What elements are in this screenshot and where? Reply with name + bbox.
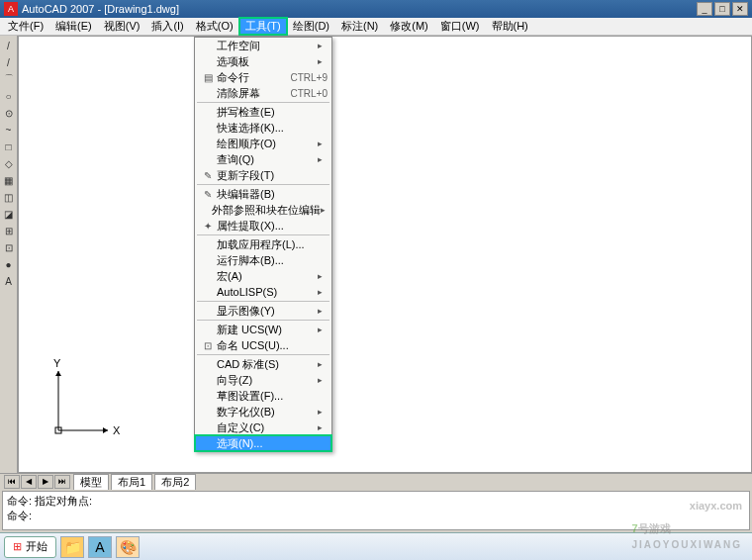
menu-item-22[interactable]: 新建 UCS(W)▸ (195, 322, 331, 337)
menu-item-16[interactable]: 运行脚本(B)... (195, 252, 331, 268)
menu-1[interactable]: 编辑(E) (49, 18, 98, 35)
menu-item-27[interactable]: 草图设置(F)... (195, 388, 331, 404)
menu-item-29[interactable]: 自定义(C)▸ (195, 420, 331, 435)
workspace: //⌒○⊙~□◇▦◫◪⊞⊡●A X Y 工作空间▸选项板▸▤命令行CTRL+9清… (0, 36, 752, 473)
tab-model[interactable]: 模型 (73, 474, 109, 490)
tab-nav-last[interactable]: ⏭ (54, 475, 70, 489)
menu-0[interactable]: 文件(F) (2, 18, 49, 35)
menu-10[interactable]: 帮助(H) (486, 18, 534, 35)
menu-item-label: 选项(N)... (217, 436, 328, 451)
menu-item-2[interactable]: ▤命令行CTRL+9 (195, 69, 331, 85)
menu-9[interactable]: 窗口(W) (434, 18, 486, 35)
menu-separator (197, 301, 329, 302)
toolbar-left: //⌒○⊙~□◇▦◫◪⊞⊡●A (0, 36, 18, 473)
menu-7[interactable]: 标注(N) (335, 18, 384, 35)
menu-item-26[interactable]: 向导(Z)▸ (195, 372, 331, 388)
tool-2[interactable]: ⌒ (1, 71, 17, 87)
menu-item-icon: ✎ (199, 170, 217, 181)
menu-item-label: 自定义(C) (217, 420, 318, 435)
menu-item-6[interactable]: 快速选择(K)... (195, 120, 331, 136)
tools-menu-dropdown: 工作空间▸选项板▸▤命令行CTRL+9清除屏幕CTRL+0拼写检查(E)快速选择… (194, 37, 332, 452)
svg-text:Y: Y (53, 357, 61, 369)
menu-item-label: 块编辑器(B) (217, 187, 328, 202)
tool-11[interactable]: ⊞ (1, 223, 17, 238)
menu-item-label: AutoLISP(S) (217, 286, 318, 298)
menu-item-9[interactable]: ✎更新字段(T) (195, 167, 331, 183)
menu-item-15[interactable]: 加载应用程序(L)... (195, 236, 331, 252)
menu-item-7[interactable]: 绘图顺序(O)▸ (195, 136, 331, 151)
tool-12[interactable]: ⊡ (1, 239, 17, 255)
tab-layout1[interactable]: 布局1 (111, 474, 152, 490)
menu-item-5[interactable]: 拼写检查(E) (195, 104, 331, 120)
menu-3[interactable]: 插入(I) (145, 18, 189, 35)
menu-item-label: CAD 标准(S) (217, 357, 318, 372)
start-button[interactable]: ⊞ 开始 (4, 536, 56, 558)
menu-2[interactable]: 视图(V) (98, 18, 146, 35)
menu-item-label: 草图设置(F)... (217, 389, 328, 404)
tool-10[interactable]: ◪ (1, 206, 17, 222)
submenu-arrow-icon: ▸ (318, 375, 328, 385)
menu-item-18[interactable]: AutoLISP(S)▸ (195, 284, 331, 300)
menu-item-label: 清除屏幕 (217, 86, 284, 101)
menu-8[interactable]: 修改(M) (384, 18, 434, 35)
tab-layout2[interactable]: 布局2 (154, 474, 196, 490)
menu-4[interactable]: 格式(O) (190, 18, 239, 35)
menu-item-3[interactable]: 清除屏幕CTRL+0 (195, 85, 331, 101)
menu-item-23[interactable]: ⊡命名 UCS(U)... (195, 337, 331, 353)
tool-3[interactable]: ○ (1, 88, 17, 104)
tab-nav-next[interactable]: ▶ (38, 475, 53, 489)
tool-6[interactable]: □ (1, 139, 17, 154)
tool-7[interactable]: ◇ (1, 155, 17, 171)
menu-item-30[interactable]: 选项(N)... (195, 435, 331, 451)
drawing-canvas[interactable]: X Y 工作空间▸选项板▸▤命令行CTRL+9清除屏幕CTRL+0拼写检查(E)… (18, 36, 752, 473)
titlebar: A AutoCAD 2007 - [Drawing1.dwg] _ □ ✕ (0, 0, 752, 18)
close-button[interactable]: ✕ (732, 2, 748, 16)
app-icon: A (4, 2, 18, 16)
tool-9[interactable]: ◫ (1, 189, 17, 205)
menu-6[interactable]: 绘图(D) (287, 18, 335, 35)
submenu-arrow-icon: ▸ (318, 287, 328, 297)
menu-item-20[interactable]: 显示图像(Y)▸ (195, 303, 331, 319)
submenu-arrow-icon: ▸ (318, 41, 328, 50)
tab-nav-prev[interactable]: ◀ (21, 475, 37, 489)
menu-item-label: 查询(Q) (217, 152, 318, 167)
tool-13[interactable]: ● (1, 256, 17, 272)
quicklaunch-1[interactable]: 📁 (60, 536, 84, 558)
menu-item-25[interactable]: CAD 标准(S)▸ (195, 356, 331, 372)
submenu-arrow-icon: ▸ (318, 422, 328, 432)
windows-icon: ⊞ (13, 540, 22, 553)
menu-separator (197, 234, 329, 235)
command-area[interactable]: 命令: 指定对角点: 命令: (2, 491, 750, 530)
svg-text:X: X (113, 424, 121, 436)
menu-item-17[interactable]: 宏(A)▸ (195, 268, 331, 284)
menu-separator (197, 102, 329, 103)
command-prompt: 命令: (7, 509, 745, 523)
menu-5[interactable]: 工具(T) (239, 18, 287, 35)
submenu-arrow-icon: ▸ (318, 154, 328, 164)
menu-item-label: 选项板 (217, 54, 318, 69)
menu-item-label: 绘图顺序(O) (217, 137, 318, 151)
menu-item-1[interactable]: 选项板▸ (195, 53, 331, 69)
tool-1[interactable]: / (1, 54, 17, 70)
tool-0[interactable]: / (1, 38, 17, 53)
menu-item-label: 属性提取(X)... (217, 219, 328, 233)
tool-4[interactable]: ⊙ (1, 105, 17, 121)
menu-item-shortcut: CTRL+0 (290, 88, 328, 99)
tool-5[interactable]: ~ (1, 122, 17, 138)
menu-item-0[interactable]: 工作空间▸ (195, 38, 331, 53)
minimize-button[interactable]: _ (697, 2, 712, 16)
menu-item-12[interactable]: 外部参照和块在位编辑▸ (195, 202, 331, 218)
menu-item-28[interactable]: 数字化仪(B)▸ (195, 404, 331, 420)
tab-nav-first[interactable]: ⏮ (4, 475, 20, 489)
maximize-button[interactable]: □ (714, 2, 730, 16)
menu-item-11[interactable]: ✎块编辑器(B) (195, 186, 331, 202)
quicklaunch-3[interactable]: 🎨 (116, 536, 140, 558)
menu-item-8[interactable]: 查询(Q)▸ (195, 151, 331, 167)
menu-item-label: 显示图像(Y) (217, 304, 318, 319)
quicklaunch-2[interactable]: A (88, 536, 112, 558)
tool-8[interactable]: ▦ (1, 172, 17, 188)
menu-item-13[interactable]: ✦属性提取(X)... (195, 218, 331, 233)
tool-14[interactable]: A (1, 273, 17, 289)
menu-item-icon: ✦ (199, 221, 217, 232)
menu-item-icon: ▤ (199, 72, 217, 83)
